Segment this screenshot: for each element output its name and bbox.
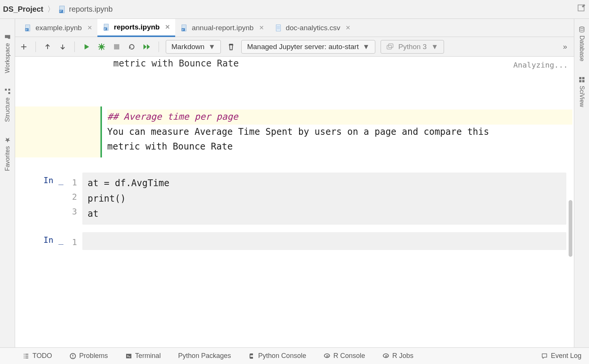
- restart-kernel-button[interactable]: [127, 42, 137, 52]
- breadcrumb-bar: DS_Project 〉 IP reports.ipynb: [0, 0, 589, 19]
- run-all-button[interactable]: [142, 42, 152, 52]
- markdown-source[interactable]: ## Average time per page You can measure…: [102, 106, 574, 157]
- cell-prompt: In _: [33, 173, 63, 225]
- breadcrumb-separator: 〉: [46, 4, 56, 14]
- divider: [74, 42, 75, 52]
- add-cell-button[interactable]: [19, 42, 29, 52]
- chevron-down-icon: ▼: [362, 43, 370, 51]
- star-icon: [5, 137, 11, 143]
- notebook-editor[interactable]: Analyzing... metric with Bounce Rate ## …: [15, 57, 574, 347]
- move-up-button[interactable]: [43, 42, 52, 52]
- delete-cell-button[interactable]: [226, 42, 236, 52]
- close-icon[interactable]: ✕: [87, 24, 92, 31]
- code-line: print(): [88, 191, 561, 207]
- csv-file-icon: [274, 24, 283, 32]
- cell-edit-strip: [33, 106, 100, 157]
- warning-icon: [69, 353, 76, 359]
- tab-reports[interactable]: IP reports.ipynb ✕: [97, 19, 175, 37]
- ipynb-file-icon: IP: [103, 23, 111, 31]
- rail-favorites[interactable]: Favorites: [4, 137, 11, 171]
- notebook-toolbar: Markdown ▼ Managed Jupyter server: auto-…: [15, 37, 574, 57]
- rail-structure[interactable]: Structure: [4, 88, 11, 122]
- close-icon[interactable]: ✕: [345, 24, 350, 31]
- cell-type-select[interactable]: Markdown ▼: [166, 40, 221, 54]
- svg-text:R: R: [385, 355, 388, 358]
- code-cell[interactable]: In _ 123 at = df.AvgTime print() at: [15, 173, 574, 225]
- editor-tabs: IP example.ipynb ✕ IP reports.ipynb ✕ IP…: [15, 19, 574, 37]
- server-label: Managed Jupyter server: auto-start: [247, 43, 359, 51]
- status-event-log[interactable]: Event Log: [541, 352, 581, 360]
- close-icon[interactable]: ✕: [165, 23, 170, 31]
- terminal-icon: [125, 353, 132, 359]
- status-problems[interactable]: Problems: [69, 352, 108, 360]
- toolbar-overflow-button[interactable]: »: [560, 42, 570, 51]
- code-cell[interactable]: In _ 1: [15, 232, 574, 250]
- divider: [35, 42, 36, 52]
- status-todo[interactable]: TODO: [23, 352, 52, 360]
- svg-text:IP: IP: [182, 28, 184, 31]
- code-body[interactable]: [82, 232, 566, 250]
- scratch-edit-icon[interactable]: [577, 4, 586, 15]
- editor-column: IP example.ipynb ✕ IP reports.ipynb ✕ IP…: [15, 19, 574, 347]
- interpreter-select[interactable]: Python 3 ▼: [381, 40, 444, 54]
- rail-workspace[interactable]: Workspace: [4, 34, 11, 73]
- svg-rect-16: [276, 25, 281, 31]
- status-r-console[interactable]: R R Console: [324, 352, 365, 360]
- scrollbar-thumb[interactable]: [569, 200, 572, 257]
- rail-database[interactable]: Database: [578, 26, 585, 62]
- status-r-jobs[interactable]: R R Jobs: [382, 352, 413, 360]
- tab-doc-analytics[interactable]: doc-analytics.csv ✕: [269, 19, 356, 37]
- svg-rect-31: [389, 44, 393, 48]
- breadcrumb-project[interactable]: DS_Project: [3, 5, 43, 14]
- code-body[interactable]: at = df.AvgTime print() at: [82, 173, 566, 225]
- status-python-console[interactable]: Python Console: [248, 352, 306, 360]
- markdown-cell-editing[interactable]: ## Average time per page You can measure…: [15, 106, 574, 157]
- markdown-heading-line: ## Average time per page: [107, 110, 572, 125]
- debug-cell-button[interactable]: [97, 42, 106, 52]
- jupyter-server-select[interactable]: Managed Jupyter server: auto-start ▼: [241, 40, 375, 54]
- svg-point-39: [72, 357, 73, 358]
- code-line: at = df.AvgTime: [88, 176, 561, 191]
- tab-label: doc-analytics.csv: [286, 24, 341, 32]
- svg-rect-36: [582, 80, 584, 82]
- status-terminal[interactable]: Terminal: [125, 352, 161, 360]
- svg-point-32: [580, 27, 584, 28]
- svg-rect-6: [5, 89, 7, 91]
- stop-button[interactable]: [112, 42, 122, 52]
- rail-sciview[interactable]: SciView: [578, 77, 585, 107]
- markdown-render-fragment: metric with Bounce Rate: [15, 57, 574, 69]
- cell-type-label: Markdown: [171, 43, 205, 51]
- tab-label: annual-report.ipynb: [192, 24, 254, 32]
- svg-line-25: [99, 44, 100, 45]
- svg-rect-30: [387, 45, 392, 49]
- run-cell-button[interactable]: [82, 42, 91, 52]
- markdown-text-line: You can measure Average Time Spent by us…: [107, 125, 572, 140]
- tab-annual-report[interactable]: IP annual-report.ipynb ✕: [175, 19, 269, 37]
- code-line: at: [88, 206, 561, 222]
- svg-line-28: [103, 44, 104, 45]
- list-icon: [23, 353, 29, 359]
- interpreter-icon: [386, 43, 394, 51]
- svg-rect-4: [8, 92, 10, 94]
- move-down-button[interactable]: [58, 42, 68, 52]
- svg-text:IP: IP: [26, 28, 28, 31]
- tab-example[interactable]: IP example.ipynb ✕: [19, 19, 97, 37]
- svg-text:R: R: [326, 355, 329, 358]
- svg-text:IP: IP: [104, 28, 106, 30]
- chevron-down-icon: ▼: [431, 43, 438, 51]
- breadcrumb: DS_Project 〉 IP reports.ipynb: [3, 4, 113, 14]
- ipynb-file-icon: IP: [24, 24, 32, 32]
- database-icon: [579, 26, 585, 32]
- divider: [159, 42, 159, 52]
- status-python-packages[interactable]: Python Packages: [178, 352, 231, 360]
- breadcrumb-file[interactable]: IP reports.ipynb: [59, 5, 113, 14]
- svg-text:IP: IP: [59, 10, 62, 12]
- line-numbers: 123: [63, 173, 82, 225]
- close-icon[interactable]: ✕: [259, 24, 264, 31]
- analyzing-status: Analyzing...: [513, 60, 568, 69]
- python-icon: [248, 353, 255, 359]
- svg-point-20: [100, 45, 103, 49]
- line-numbers: 1: [63, 232, 82, 250]
- structure-icon: [5, 88, 11, 94]
- markdown-text-line: metric with Bounce Rate: [107, 139, 572, 154]
